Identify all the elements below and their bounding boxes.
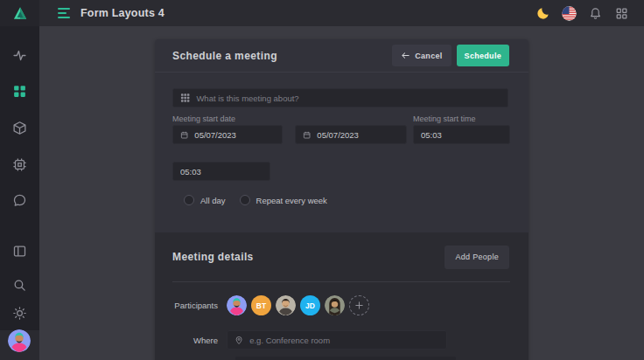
meeting-about-field[interactable]: [172, 88, 508, 107]
app-logo[interactable]: [0, 0, 39, 26]
sidebar-item-activity-icon[interactable]: [12, 48, 27, 63]
participant-avatar-jd[interactable]: JD: [300, 295, 320, 315]
calendar-icon: [180, 130, 188, 140]
avatar-initials: JD: [305, 301, 315, 310]
start-date-input-2[interactable]: [317, 130, 399, 140]
avatar-initials: BT: [256, 301, 266, 310]
page-title: Form Layouts 4: [80, 7, 164, 19]
start-date-field-2[interactable]: [295, 125, 407, 144]
menu-icon[interactable]: [58, 8, 70, 18]
schedule-card-title: Schedule a meeting: [172, 50, 277, 62]
sidebar-nav: [0, 26, 39, 360]
where-row: Where: [172, 330, 511, 350]
location-pin-icon: [234, 336, 243, 345]
details-header: Meeting details Add People: [155, 232, 528, 281]
sidebar-item-layout-icon[interactable]: [12, 244, 27, 259]
start-date-field-1[interactable]: [172, 125, 283, 144]
sidebar-item-cube-icon[interactable]: [12, 121, 27, 135]
top-header-bar: Form Layouts 4: [0, 0, 644, 26]
add-people-button[interactable]: Add People: [444, 246, 509, 269]
sidebar-item-grid-icon-active[interactable]: [12, 84, 27, 99]
meeting-about-input[interactable]: [196, 93, 500, 103]
all-day-checkbox[interactable]: All day: [184, 195, 226, 205]
schedule-meeting-card: Schedule a meeting Cancel Schedule: [155, 39, 528, 360]
arrow-left-icon: [401, 51, 410, 60]
divider: [172, 281, 510, 282]
participant-avatar-photo-woman[interactable]: [325, 295, 345, 315]
schedule-button[interactable]: Schedule: [457, 45, 509, 66]
start-time-field-2[interactable]: [172, 162, 270, 181]
add-participant-button[interactable]: [349, 295, 369, 315]
add-people-label: Add People: [455, 253, 499, 261]
participants-row: Participants BT: [172, 295, 511, 315]
start-time-label: Meeting start time: [413, 114, 476, 123]
theme-moon-icon[interactable]: [536, 6, 550, 21]
where-field[interactable]: [227, 330, 447, 350]
triangle-logo-icon: [11, 4, 29, 22]
apps-grid-icon[interactable]: [614, 6, 629, 21]
sidebar-item-search-icon[interactable]: [12, 278, 27, 293]
sidebar-item-settings-gear-icon[interactable]: [12, 306, 27, 321]
participant-avatar-illustration[interactable]: [227, 295, 247, 315]
start-date-label: Meeting start date: [172, 114, 235, 123]
header-actions: [536, 6, 644, 21]
app-window: Form Layouts 4: [0, 0, 644, 360]
cancel-button[interactable]: Cancel: [392, 45, 451, 66]
where-label: Where: [172, 336, 227, 345]
plus-icon: [354, 301, 364, 310]
details-title: Meeting details: [172, 251, 254, 263]
sidebar-item-cpu-icon[interactable]: [12, 157, 27, 172]
language-flag-icon[interactable]: [562, 6, 577, 21]
participants-label: Participants: [172, 301, 227, 310]
meeting-details-section: Meeting details Add People Participants: [155, 232, 528, 360]
schedule-section: Schedule a meeting Cancel Schedule: [155, 39, 528, 232]
schedule-card-header: Schedule a meeting Cancel Schedule: [155, 39, 528, 73]
start-time-input-2[interactable]: [180, 167, 262, 177]
participant-avatar-photo-man[interactable]: [276, 295, 296, 315]
checkbox-circle-icon: [184, 195, 194, 205]
user-avatar[interactable]: [8, 329, 31, 352]
sidebar-item-chat-icon[interactable]: [12, 193, 27, 208]
next-field-partial[interactable]: [235, 357, 456, 360]
schedule-button-label: Schedule: [465, 52, 501, 60]
cancel-button-label: Cancel: [415, 52, 442, 60]
participant-avatar-bt[interactable]: BT: [251, 295, 271, 315]
all-day-label: All day: [200, 196, 226, 205]
repeat-weekly-checkbox[interactable]: Repeat every week: [240, 195, 327, 205]
where-input[interactable]: [249, 336, 439, 345]
repeat-weekly-label: Repeat every week: [256, 196, 327, 205]
main-content: Schedule a meeting Cancel Schedule: [39, 26, 644, 360]
start-time-field-1[interactable]: [413, 125, 510, 144]
calendar-icon: [303, 130, 311, 140]
start-time-input-1[interactable]: [421, 130, 502, 140]
participants-avatars: BT JD: [227, 295, 369, 315]
start-date-input-1[interactable]: [194, 130, 275, 140]
options-row: All day Repeat every week: [184, 195, 327, 205]
keypad-icon: [180, 93, 190, 103]
notifications-bell-icon[interactable]: [588, 6, 603, 21]
checkbox-circle-icon: [240, 195, 250, 205]
